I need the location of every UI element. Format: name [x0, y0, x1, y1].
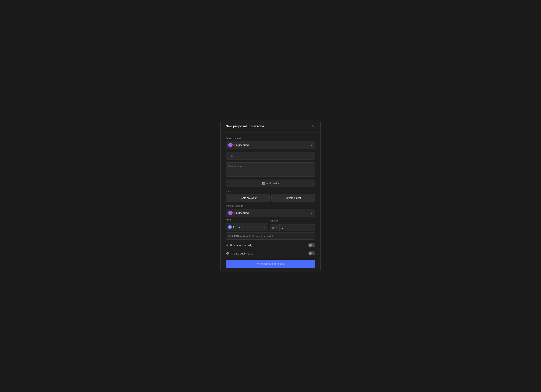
post-anonymously-left: 👁 Post anonymously	[226, 244, 252, 247]
amount-label: Amount	[270, 219, 315, 222]
add-media-icon: 🖼	[262, 182, 265, 185]
channel-select-left: Engineering	[228, 143, 249, 147]
create-public-post-row: 🔗 Create public post	[226, 251, 315, 256]
eth-available-text: 0 ETH available in Persona team wallet	[232, 235, 273, 237]
channel-select-label: Select channel	[226, 137, 315, 140]
channel-select-section: Select channel	[226, 137, 315, 149]
add-media-label: Add media	[266, 182, 279, 185]
post-anonymously-label: Post anonymously	[230, 244, 252, 247]
transfer-channel-icon	[228, 211, 233, 215]
asset-dropdown[interactable]: Ethereum ⌄	[226, 223, 268, 231]
channel-select-dropdown[interactable]: Engineering ⌄	[226, 141, 315, 149]
eye-icon: 👁	[226, 244, 229, 247]
transfer-chevron-icon: ⌄	[311, 211, 313, 214]
create-public-post-label: Create public post	[231, 252, 253, 255]
create-public-post-left: 🔗 Create public post	[226, 252, 253, 255]
chevron-down-icon: ⌄	[311, 144, 313, 146]
post-anonymously-toggle[interactable]	[308, 243, 315, 247]
transfer-channel-left: Engineering	[228, 211, 249, 215]
modal-header: New proposal in Persona ✕	[221, 120, 320, 133]
modal-dialog: New proposal in Persona ✕ Select channel	[220, 120, 321, 272]
write-post-button[interactable]: Write something to post	[226, 260, 315, 268]
transfer-label: Transfer funds to	[226, 205, 315, 207]
transfer-section: Transfer funds to	[226, 205, 315, 240]
description-input[interactable]	[226, 162, 315, 177]
asset-label: Asset	[226, 218, 268, 221]
info-icon: ⓘ	[228, 234, 231, 238]
close-button[interactable]: ✕	[311, 124, 315, 129]
svg-point-0	[228, 143, 233, 147]
eth-currency-label: ETH	[270, 224, 280, 231]
svg-point-1	[228, 211, 233, 215]
amount-input[interactable]	[280, 224, 315, 231]
add-media-button[interactable]: 🖼 Add media	[226, 180, 315, 187]
amount-input-group: ETH	[270, 224, 315, 231]
amount-section: Amount ETH	[270, 219, 315, 231]
post-anonymously-row: 👁 Post anonymously	[226, 242, 315, 248]
eth-info-box: ⓘ 0 ETH available in Persona team wallet	[226, 232, 315, 240]
ethereum-icon	[228, 225, 232, 229]
channel-select-value: Engineering	[234, 144, 249, 146]
channel-icon	[228, 143, 233, 147]
create-event-button[interactable]: Create an event	[226, 194, 270, 202]
asset-name: Ethereum	[233, 226, 262, 228]
modal-body: Select channel	[221, 133, 320, 272]
asset-chevron-icon: ⌄	[264, 226, 266, 228]
more-label: More	[226, 190, 315, 193]
title-input[interactable]	[226, 152, 315, 160]
more-section: More Create an event Create a post	[226, 190, 315, 202]
more-buttons: Create an event Create a post	[226, 194, 315, 202]
asset-amount-row: Asset Ethereum ⌄ Amount	[226, 218, 315, 231]
transfer-channel-value: Engineering	[234, 211, 249, 214]
create-post-button[interactable]: Create a post	[271, 194, 315, 202]
transfer-channel-dropdown[interactable]: Engineering ⌄	[226, 209, 315, 217]
link-icon: 🔗	[226, 252, 229, 255]
modal-title: New proposal in Persona	[226, 124, 264, 128]
create-public-post-toggle[interactable]	[308, 251, 315, 255]
asset-section: Asset Ethereum ⌄	[226, 218, 268, 231]
